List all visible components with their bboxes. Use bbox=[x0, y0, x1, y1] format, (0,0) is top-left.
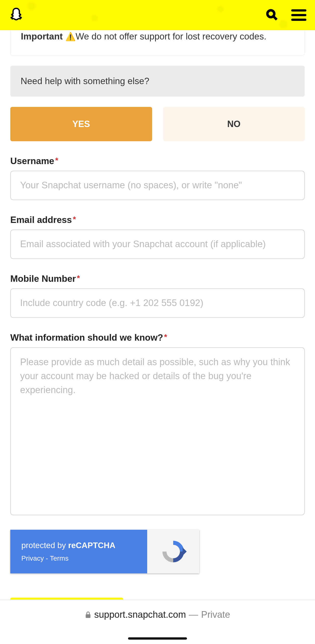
email-input[interactable] bbox=[10, 230, 305, 259]
yes-button[interactable]: YES bbox=[10, 107, 152, 141]
no-button[interactable]: NO bbox=[163, 107, 305, 141]
recaptcha-info: protected by reCAPTCHA Privacy - Terms bbox=[10, 530, 147, 573]
important-text: Important ⚠️We do not offer support for … bbox=[21, 30, 294, 43]
recaptcha-text: protected by reCAPTCHA bbox=[21, 541, 136, 550]
svg-rect-3 bbox=[86, 614, 90, 618]
url-dash: — bbox=[189, 610, 198, 620]
submit-button-peek[interactable] bbox=[10, 598, 123, 600]
important-label: Important bbox=[21, 32, 63, 42]
url-private-label: Private bbox=[201, 610, 230, 620]
ghost-icon bbox=[8, 7, 24, 22]
username-label: Username* bbox=[10, 156, 305, 166]
recaptcha-privacy-link[interactable]: Privacy bbox=[21, 554, 44, 562]
url-text: support.snapchat.com bbox=[94, 610, 186, 620]
hamburger-icon bbox=[291, 9, 306, 12]
info-textarea[interactable] bbox=[10, 347, 305, 515]
recaptcha-icon bbox=[160, 538, 187, 565]
home-indicator[interactable] bbox=[128, 638, 187, 640]
required-indicator: * bbox=[73, 215, 76, 224]
important-notice: Important ⚠️We do not offer support for … bbox=[10, 30, 305, 56]
mobile-label: Mobile Number* bbox=[10, 274, 305, 284]
menu-button[interactable] bbox=[291, 9, 306, 21]
username-input[interactable] bbox=[10, 171, 305, 200]
help-prompt-text: Need help with something else? bbox=[20, 76, 150, 86]
browser-bar: support.snapchat.com — Private bbox=[0, 600, 315, 644]
svg-point-0 bbox=[268, 10, 274, 17]
recaptcha-logo-area bbox=[147, 530, 199, 573]
required-indicator: * bbox=[77, 274, 80, 282]
info-label: What information should we know?* bbox=[10, 332, 305, 343]
lock-icon bbox=[85, 611, 91, 618]
help-prompt: Need help with something else? bbox=[10, 66, 305, 96]
warning-icon: ⚠️ bbox=[65, 32, 76, 41]
email-label: Email address* bbox=[10, 215, 305, 225]
important-message: We do not offer support for lost recover… bbox=[76, 32, 266, 42]
search-icon bbox=[266, 9, 278, 20]
username-group: Username* bbox=[10, 156, 305, 200]
header-right bbox=[266, 9, 306, 22]
svg-line-1 bbox=[273, 16, 277, 20]
search-button[interactable] bbox=[266, 9, 278, 22]
svg-marker-2 bbox=[183, 548, 187, 556]
info-group: What information should we know?* bbox=[10, 332, 305, 516]
required-indicator: * bbox=[164, 332, 167, 341]
recaptcha-widget[interactable]: protected by reCAPTCHA Privacy - Terms bbox=[10, 530, 199, 573]
recaptcha-links: Privacy - Terms bbox=[21, 554, 136, 562]
mobile-input[interactable] bbox=[10, 288, 305, 318]
header bbox=[0, 0, 315, 30]
mobile-group: Mobile Number* bbox=[10, 274, 305, 318]
yes-no-buttons: YES NO bbox=[10, 107, 305, 141]
email-group: Email address* bbox=[10, 215, 305, 259]
url-row[interactable]: support.snapchat.com — Private bbox=[85, 610, 230, 620]
main-content: Important ⚠️We do not offer support for … bbox=[0, 30, 315, 573]
required-indicator: * bbox=[55, 156, 58, 165]
recaptcha-terms-link[interactable]: Terms bbox=[50, 554, 68, 562]
snapchat-logo[interactable] bbox=[8, 7, 24, 23]
